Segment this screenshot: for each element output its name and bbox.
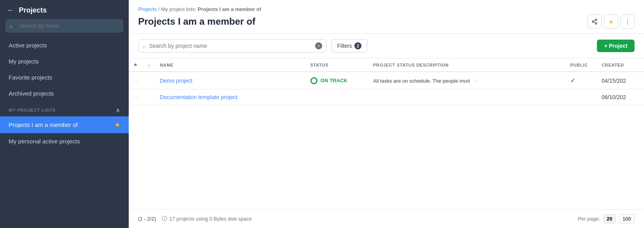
row-created: 06/10/202 [597, 89, 644, 105]
sidebar-header: ← Projects [0, 0, 129, 19]
clear-search-button[interactable]: × [315, 42, 322, 49]
svg-line-4 [594, 20, 596, 21]
col-header-sort: ↕ [143, 58, 155, 72]
share-button[interactable] [587, 14, 602, 29]
breadcrumb-projects-link[interactable]: Projects [138, 6, 157, 12]
sidebar-item-favorite[interactable]: Favorite projects [0, 69, 129, 85]
sidebar-search-container: ⌕ [5, 19, 123, 33]
project-link[interactable]: Demo project [160, 78, 192, 84]
sidebar-item-active[interactable]: Active projects [0, 37, 129, 53]
col-header-status[interactable]: STATUS [306, 58, 369, 72]
row-created: 04/15/202 [597, 72, 644, 89]
table-header: ★ ↕ NAME STATUS PROJECT STATUS DESCRIPTI… [129, 58, 644, 72]
star-icon: ★ [115, 121, 120, 128]
sidebar-item-personal-active[interactable]: My personal active projects [0, 133, 129, 149]
per-page-label: Per page: [578, 216, 600, 222]
row-star[interactable]: ☆ [129, 89, 143, 105]
sidebar-item-my[interactable]: My projects [0, 53, 129, 69]
more-options-button[interactable]: ⋮ [620, 14, 635, 29]
toolbar: ⌕ × Filters 2 + Project [129, 34, 644, 58]
row-sort [143, 89, 155, 105]
main-content: Projects / My project lists: Projects I … [129, 0, 644, 228]
info-icon: ⓘ [162, 215, 167, 223]
col-header-name[interactable]: NAME [155, 58, 305, 72]
row-public: ✓ [566, 72, 597, 89]
row-status: ON TRACK [306, 72, 369, 89]
table-body: ☆ Demo project ON TRACK All tasks are on… [129, 72, 644, 105]
header-actions: ★ ⋮ [587, 14, 635, 29]
main-header: Projects / My project lists: Projects I … [129, 0, 644, 34]
chevron-up-icon[interactable]: ∧ [116, 107, 120, 113]
footer-left: (1 - 2/2) ⓘ 17 projects using 0 Bytes di… [138, 215, 252, 223]
filters-count-badge: 2 [354, 42, 361, 49]
sidebar-search-input[interactable] [5, 19, 123, 33]
page-title-row: Projects I am a member of ★ ⋮ [138, 14, 635, 29]
per-page-selector: Per page: 20 100 [578, 214, 635, 223]
breadcrumb: Projects / My project lists: Projects I … [138, 6, 635, 12]
svg-point-1 [592, 21, 594, 22]
back-button[interactable]: ← [7, 6, 14, 14]
add-project-button[interactable]: + Project [597, 40, 635, 52]
sidebar-item-member-of[interactable]: Projects I am a member of ★ [0, 116, 129, 133]
per-page-100-button[interactable]: 100 [619, 214, 635, 223]
table-footer: (1 - 2/2) ⓘ 17 projects using 0 Bytes di… [129, 209, 644, 228]
desc-more-button[interactable]: ··· [473, 78, 478, 84]
status-badge: ON TRACK [310, 77, 364, 84]
check-icon: ✓ [570, 77, 575, 84]
table-row: ☆ Documentation template project 06/10/2… [129, 89, 644, 105]
sidebar-item-archived[interactable]: Archived projects [0, 85, 129, 101]
disk-info: ⓘ 17 projects using 0 Bytes disk space [162, 215, 252, 223]
row-sort [143, 72, 155, 89]
my-project-lists-section: MY PROJECT LISTS ∧ [0, 101, 129, 116]
row-desc: All tasks are on schedule. The people in… [369, 72, 566, 89]
search-icon: ⌕ [9, 23, 13, 29]
section-label: MY PROJECT LISTS [9, 108, 56, 112]
svg-line-3 [594, 22, 596, 23]
filters-label: Filters [337, 43, 352, 49]
row-name: Demo project [155, 72, 305, 89]
table-row: ☆ Demo project ON TRACK All tasks are on… [129, 72, 644, 89]
row-public [566, 89, 597, 105]
per-page-20-button[interactable]: 20 [603, 214, 616, 223]
project-link[interactable]: Documentation template project [160, 94, 237, 100]
status-dot-icon [310, 77, 317, 84]
row-desc [369, 89, 566, 105]
pagination-info: (1 - 2/2) [138, 216, 156, 222]
row-status [306, 89, 369, 105]
projects-table: ★ ↕ NAME STATUS PROJECT STATUS DESCRIPTI… [129, 58, 644, 105]
breadcrumb-current: My project lists: Projects I am a member… [161, 6, 261, 12]
svg-point-0 [595, 19, 597, 20]
filters-button[interactable]: Filters 2 [331, 39, 367, 52]
desc-text: All tasks are on schedule. The people in… [373, 78, 470, 84]
col-header-created[interactable]: CREATED [597, 58, 644, 72]
favorite-button[interactable]: ★ [604, 14, 618, 29]
sidebar-item-label: Projects I am a member of [9, 121, 78, 128]
breadcrumb-separator: / [158, 6, 160, 12]
col-header-star: ★ [129, 58, 143, 72]
search-icon: ⌕ [142, 43, 146, 49]
col-header-public[interactable]: PUBLIC [566, 58, 597, 72]
projects-table-container: ★ ↕ NAME STATUS PROJECT STATUS DESCRIPTI… [129, 58, 644, 209]
row-name: Documentation template project [155, 89, 305, 105]
status-label: ON TRACK [321, 78, 348, 83]
svg-point-2 [595, 23, 597, 24]
row-star[interactable]: ☆ [129, 72, 143, 89]
page-title: Projects I am a member of [138, 16, 255, 27]
project-search-box: ⌕ × [138, 39, 327, 52]
disk-info-text: 17 projects using 0 Bytes disk space [170, 216, 252, 222]
project-search-input[interactable] [149, 43, 312, 49]
sidebar: ← Projects ⌕ Active projects My projects… [0, 0, 129, 228]
sidebar-title: Projects [19, 6, 47, 14]
col-header-desc[interactable]: PROJECT STATUS DESCRIPTION [369, 58, 566, 72]
